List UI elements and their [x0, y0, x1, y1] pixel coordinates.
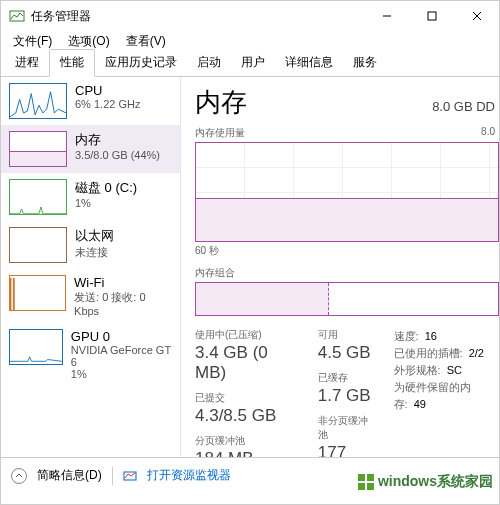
form-label: 外形规格: [394, 364, 441, 376]
tab-startup[interactable]: 启动 [187, 50, 231, 76]
tab-users[interactable]: 用户 [231, 50, 275, 76]
footer-divider [112, 467, 113, 485]
paged-label: 分页缓冲池 [195, 434, 300, 448]
svg-rect-2 [428, 12, 436, 20]
cached-value: 1.7 GB [318, 386, 376, 406]
cached-label: 已缓存 [318, 371, 376, 385]
fewer-details-link[interactable]: 简略信息(D) [37, 467, 102, 484]
memory-sub: 3.5/8.0 GB (44%) [75, 149, 160, 161]
sidebar-item-disk[interactable]: 磁盘 0 (C:) 1% [1, 173, 180, 221]
app-icon [9, 8, 25, 24]
resource-monitor-icon [123, 469, 137, 483]
minimize-button[interactable] [364, 1, 409, 31]
in-use-value: 3.4 GB (0 MB) [195, 343, 300, 383]
ethernet-title: 以太网 [75, 227, 114, 245]
composition-label: 内存组合 [195, 266, 499, 280]
disk-thumb-icon [9, 179, 67, 215]
disk-title: 磁盘 0 (C:) [75, 179, 137, 197]
memory-capacity: 8.0 GB DD [432, 99, 495, 114]
fewer-details-icon[interactable] [11, 468, 27, 484]
maximize-button[interactable] [409, 1, 454, 31]
svg-rect-9 [367, 474, 374, 481]
wifi-title: Wi-Fi [74, 275, 172, 290]
form-value: SC [447, 364, 462, 376]
spec-column: 速度:16 已使用的插槽:2/2 外形规格:SC 为硬件保留的内存:49 [394, 328, 499, 457]
sidebar-item-memory[interactable]: 内存 3.5/8.0 GB (44%) [1, 125, 180, 173]
svg-rect-0 [10, 11, 24, 21]
reserved-value: 49 [414, 398, 426, 410]
tab-performance[interactable]: 性能 [49, 49, 95, 77]
in-use-label: 使用中(已压缩) [195, 328, 300, 342]
window-title: 任务管理器 [31, 8, 364, 25]
slots-label: 已使用的插槽: [394, 347, 463, 359]
tab-app-history[interactable]: 应用历史记录 [95, 50, 187, 76]
menu-view[interactable]: 查看(V) [118, 31, 174, 52]
windows-logo-icon [356, 472, 376, 492]
menu-bar: 文件(F) 选项(O) 查看(V) [1, 31, 499, 51]
nonpaged-value: 177 MB [318, 443, 376, 457]
title-bar: 任务管理器 [1, 1, 499, 31]
chart-x-axis: 60 秒 [195, 244, 499, 258]
sidebar-item-ethernet[interactable]: 以太网 未连接 [1, 221, 180, 269]
window-controls [364, 1, 499, 31]
content-area: CPU 6% 1.22 GHz 内存 3.5/8.0 GB (44%) 磁盘 0… [1, 77, 499, 457]
tab-bar: 进程 性能 应用历史记录 启动 用户 详细信息 服务 [1, 51, 499, 77]
memory-title: 内存 [75, 131, 160, 149]
nonpaged-label: 非分页缓冲池 [318, 414, 376, 442]
speed-value: 16 [425, 330, 437, 342]
committed-value: 4.3/8.5 GB [195, 406, 300, 426]
usage-chart-label: 内存使用量 [195, 126, 245, 140]
committed-label: 已提交 [195, 391, 300, 405]
slots-value: 2/2 [469, 347, 484, 359]
page-title: 内存 [195, 85, 247, 120]
tab-details[interactable]: 详细信息 [275, 50, 343, 76]
ethernet-thumb-icon [9, 227, 67, 263]
svg-rect-11 [367, 483, 374, 490]
main-panel: 内存 8.0 GB DD 内存使用量 8.0 60 秒 内存组合 使用中(已压缩… [181, 77, 499, 457]
speed-label: 速度: [394, 330, 419, 342]
paged-value: 184 MB [195, 449, 300, 457]
sidebar-item-gpu[interactable]: GPU 0 NVIDIA GeForce GT 6 1% [1, 323, 180, 386]
memory-composition-chart [195, 282, 499, 316]
usage-chart-max: 8.0 [481, 126, 495, 140]
tab-processes[interactable]: 进程 [5, 50, 49, 76]
memory-usage-chart [195, 142, 499, 242]
svg-rect-10 [358, 483, 365, 490]
performance-sidebar: CPU 6% 1.22 GHz 内存 3.5/8.0 GB (44%) 磁盘 0… [1, 77, 181, 457]
disk-sub: 1% [75, 197, 137, 209]
wifi-thumb-icon [9, 275, 66, 311]
sidebar-item-wifi[interactable]: Wi-Fi 发送: 0 接收: 0 Kbps [1, 269, 180, 323]
wifi-sub: 发送: 0 接收: 0 Kbps [74, 290, 172, 317]
gpu-thumb-icon [9, 329, 63, 365]
gpu-sub: NVIDIA GeForce GT 6 [71, 344, 172, 368]
watermark: windows系统家园 [356, 472, 493, 492]
ethernet-sub: 未连接 [75, 245, 114, 260]
open-resource-monitor-link[interactable]: 打开资源监视器 [147, 467, 231, 484]
stats-grid: 使用中(已压缩) 3.4 GB (0 MB) 已提交 4.3/8.5 GB 分页… [195, 328, 499, 457]
watermark-text: windows系统家园 [378, 473, 493, 491]
close-button[interactable] [454, 1, 499, 31]
cpu-title: CPU [75, 83, 140, 98]
gpu-title: GPU 0 [71, 329, 172, 344]
available-value: 4.5 GB [318, 343, 376, 363]
available-label: 可用 [318, 328, 376, 342]
reserved-label: 为硬件保留的内存: [394, 381, 471, 410]
sidebar-item-cpu[interactable]: CPU 6% 1.22 GHz [1, 77, 180, 125]
memory-thumb-icon [9, 131, 67, 167]
svg-rect-8 [358, 474, 365, 481]
gpu-sub2: 1% [71, 368, 172, 380]
cpu-sub: 6% 1.22 GHz [75, 98, 140, 110]
cpu-thumb-icon [9, 83, 67, 119]
tab-services[interactable]: 服务 [343, 50, 387, 76]
